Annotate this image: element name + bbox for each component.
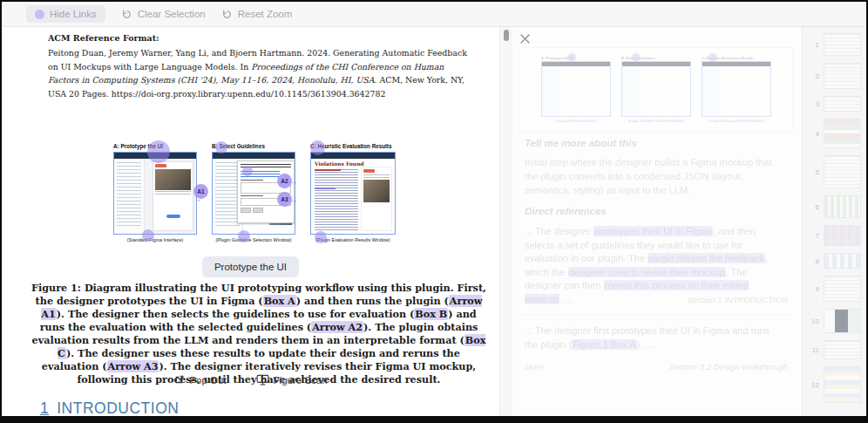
figma-interface-screenshot — [113, 152, 197, 235]
highlighted-reference-link[interactable]: Box B — [414, 308, 448, 320]
mockup-photo-1 — [155, 169, 191, 190]
page-thumbnail[interactable]: 9 — [806, 276, 861, 302]
page-thumbnail[interactable]: 11 — [806, 340, 861, 359]
pop-out-button[interactable]: Pop Out — [168, 373, 231, 386]
thumbnail-strip: 123456789101112 — [802, 26, 866, 416]
figma-layers-sidebar — [114, 159, 145, 234]
pop-out-icon — [173, 374, 185, 385]
figma-canvas — [145, 159, 196, 234]
page-thumbnail[interactable]: 10 — [806, 309, 861, 333]
reset-zoom-label: Reset Zoom — [238, 9, 293, 19]
evaluation-results-screenshot: Violations Found — [310, 152, 396, 235]
direct-references-heading: Direct references — [525, 206, 607, 216]
section-heading-introduction: 1INTRODUCTION — [40, 399, 179, 416]
highlight-circle[interactable] — [215, 141, 227, 154]
figure-scan-button[interactable]: Figure Scan — [251, 373, 333, 386]
reference-side-panel: A: Prototype the UI (Standard Figma Inte… — [512, 26, 802, 416]
text-segment: ). The designer then selects the guideli… — [57, 308, 414, 320]
thumbnail-image — [824, 225, 861, 246]
top-toolbar: Hide Links Clear Selection Reset Zoom — [2, 2, 866, 27]
panel-b-caption: (Plugin Guideline Selection Window) — [212, 237, 295, 242]
thumbnail-image — [824, 340, 861, 359]
workflow-chip[interactable]: Prototype the UI — [202, 256, 299, 277]
thumbnail-image — [824, 63, 861, 89]
thumbnail-image — [824, 155, 861, 188]
panel-a-caption: (Standard Figma Interface) — [113, 237, 197, 242]
highlight-circle — [567, 53, 576, 62]
scrollbar-thumb[interactable] — [504, 30, 509, 41]
highlight-circle[interactable] — [242, 166, 253, 176]
highlighted-reference-link[interactable]: Box A — [263, 295, 296, 307]
preview-panel-a: A: Prototype the UI (Standard Figma Inte… — [541, 56, 611, 123]
page-number: 1 — [806, 41, 819, 49]
page-number: 12 — [806, 381, 819, 389]
acm-reference-block: ACM Reference Format: Peitong Duan, Jere… — [48, 33, 473, 100]
arrow-a3-icon: → — [290, 196, 297, 204]
mockup-photo-2 — [155, 196, 191, 213]
clear-selection-label: Clear Selection — [138, 9, 206, 19]
page-number: 8 — [806, 257, 819, 265]
page-thumbnail[interactable]: 12 — [806, 366, 861, 403]
page-number: 7 — [806, 232, 819, 240]
acm-reference-text: Peitong Duan, Jeremy Warner, Yang Li, an… — [48, 46, 473, 100]
highlighted-reference-link[interactable]: Figure 1 Box A — [572, 339, 636, 350]
thumbnail-image — [824, 195, 861, 218]
reference-section-label: Section 1 INTRODUCTION — [688, 295, 788, 304]
hide-links-button[interactable]: Hide Links — [26, 5, 105, 23]
preview-panel-b: B: Select Guidelines (Plugin Guideline S… — [621, 56, 691, 123]
reference-section-label: Section 3.2 Design Walkthrough — [669, 362, 788, 372]
page-number: 9 — [806, 285, 819, 293]
figure-actions: Pop Out Figure Scan — [2, 373, 499, 386]
undo-icon — [121, 9, 132, 20]
mockup-preview-column — [361, 167, 392, 231]
page-thumbnail[interactable]: 3 — [806, 96, 861, 112]
section-title: INTRODUCTION — [57, 399, 179, 416]
close-panel-button[interactable] — [519, 33, 531, 47]
highlighted-reference-link[interactable]: Arrow A2 — [311, 321, 363, 333]
page-thumbnail[interactable]: 4 — [806, 119, 861, 148]
close-icon — [519, 33, 531, 44]
thumbnail-image — [824, 276, 861, 302]
figure-1-caption: Figure 1: Diagram illustrating the UI pr… — [31, 282, 486, 386]
thumbnail-image — [824, 309, 861, 333]
more-link[interactable]: More — [525, 362, 544, 372]
highlight-circle[interactable] — [147, 140, 170, 163]
reference-excerpt-2: ... The designer first prototypes their … — [525, 324, 784, 351]
hide-links-label: Hide Links — [50, 9, 97, 19]
page-thumbnail[interactable]: 6 — [806, 195, 861, 218]
page-thumbnail[interactable]: 8 — [806, 253, 861, 269]
highlighted-reference-link[interactable]: designer uses to revise their mockup — [568, 267, 726, 277]
reset-zoom-button[interactable]: Reset Zoom — [221, 9, 293, 20]
thumbnail-image — [824, 33, 861, 56]
highlight-circle[interactable] — [142, 229, 154, 242]
highlighted-reference-link[interactable]: plugin returns the feedback — [648, 253, 765, 263]
page-number: 4 — [806, 130, 819, 138]
highlighted-reference-link[interactable]: prototypes their UI in Figma — [593, 226, 713, 236]
page-thumbnail[interactable]: 7 — [806, 225, 861, 246]
page-thumbnail[interactable]: 1 — [806, 33, 861, 56]
highlight-circle[interactable] — [238, 230, 250, 242]
clear-selection-button[interactable]: Clear Selection — [121, 9, 206, 20]
bottom-black-bar — [0, 416, 868, 423]
highlight-circle — [709, 53, 717, 62]
page-number: 2 — [806, 72, 819, 80]
figure-preview-card[interactable]: A: Prototype the UI (Standard Figma Inte… — [519, 47, 793, 133]
link-dot-icon — [35, 10, 44, 19]
highlight-circle — [632, 53, 641, 62]
figure-panel-c: C: Heuristic Evaluation Results Violatio… — [310, 143, 396, 242]
highlighted-reference-link[interactable]: Arrow A3 — [107, 360, 159, 372]
thumbnail-image — [824, 253, 861, 269]
text-segment: ). ... — [637, 339, 654, 350]
section-number-link[interactable]: 1 — [40, 399, 49, 416]
tell-me-more-heading: Tell me more about this — [525, 138, 637, 148]
reset-icon — [221, 9, 233, 20]
page-thumbnail[interactable]: 2 — [806, 63, 861, 89]
text-segment: ) and then runs the plugin ( — [296, 295, 449, 307]
mockup-blue-button — [166, 215, 180, 218]
page-number: 11 — [806, 346, 819, 354]
highlight-circle[interactable] — [315, 231, 327, 243]
more-link[interactable]: More — [525, 295, 544, 304]
page-thumbnail[interactable]: 5 — [806, 155, 861, 188]
highlight-circle[interactable] — [310, 140, 325, 155]
preview-panel-c: C: Heuristic Evaluation Results (Plugin … — [702, 56, 771, 123]
